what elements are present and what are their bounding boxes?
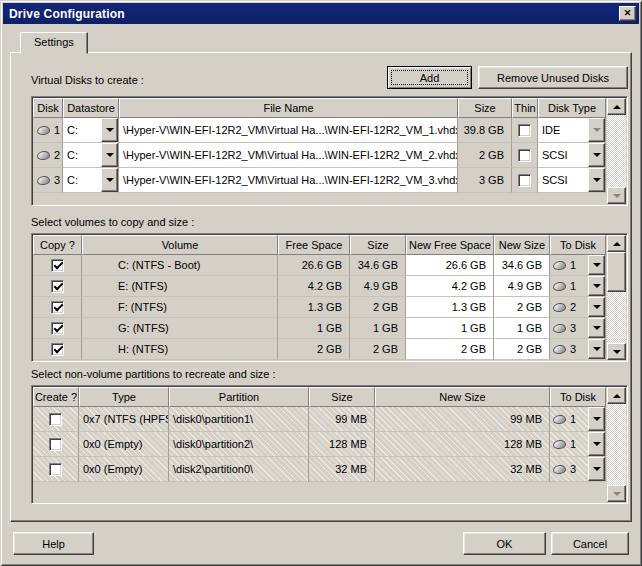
new-free-space-field[interactable]: 2 GB [406,339,494,360]
new-free-space-field[interactable]: 1.3 GB [406,297,494,318]
disk-number-cell: 2 [33,143,63,168]
datastore-dropdown-button[interactable] [101,143,118,167]
disk-type-select[interactable]: IDE [538,118,606,143]
tab-settings[interactable]: Settings [20,32,88,54]
to-disk-select[interactable]: 3 [550,457,606,482]
new-free-space-field[interactable]: 4.2 GB [406,276,494,297]
add-button[interactable]: Add [387,66,472,89]
file-name-field[interactable]: \Hyper-V\WIN-EFI-12R2_VM\Virtual Ha...\W… [119,168,458,193]
close-button[interactable]: ✕ [619,6,636,21]
col-free-space[interactable]: Free Space [278,235,350,255]
partition-new-size: 99 MB [375,407,550,432]
new-free-space-field[interactable]: 26.6 GB [406,255,494,276]
thin-checkbox[interactable] [518,149,531,162]
col-create[interactable]: Create ? [33,387,79,407]
to-disk-dropdown-button[interactable] [588,339,605,359]
copy-checkbox[interactable] [51,301,64,314]
to-disk-dropdown-button[interactable] [588,297,605,317]
to-disk-select[interactable]: 1 [550,276,606,297]
col-to-disk[interactable]: To Disk [550,235,606,255]
arrow-down-icon [613,194,621,198]
to-disk-select[interactable]: 3 [550,339,606,360]
datastore-dropdown-button[interactable] [101,168,118,192]
new-size-field[interactable]: 2 GB [494,339,550,360]
scroll-up-button[interactable] [607,387,626,404]
to-disk-dropdown-button[interactable] [588,255,605,275]
disk-type-dropdown-button[interactable] [588,168,605,192]
volume-row-e: E: (NTFS) 4.2 GB 4.9 GB 4.2 GB 4.9 GB 1 [33,276,606,297]
ok-button[interactable]: OK [463,532,546,555]
col-size[interactable]: Size [350,235,406,255]
datastore-select[interactable]: C: [63,143,119,168]
col-to-disk[interactable]: To Disk [550,387,606,407]
volumes-scrollbar[interactable] [607,235,626,360]
create-checkbox[interactable] [49,463,62,476]
copy-checkbox[interactable] [51,343,64,356]
to-disk-dropdown-button[interactable] [588,318,605,338]
col-volume[interactable]: Volume [82,235,278,255]
disk-type-dropdown-button[interactable] [588,143,605,167]
scroll-thumb[interactable] [607,252,626,292]
new-free-space-field[interactable]: 1 GB [406,318,494,339]
scroll-track[interactable] [607,404,626,485]
file-name-field[interactable]: \Hyper-V\WIN-EFI-12R2_VM\Virtual Ha...\W… [119,143,458,168]
scroll-up-button[interactable] [607,235,626,252]
to-disk-dropdown-button[interactable] [588,276,605,296]
chevron-down-icon [593,263,601,267]
disk-row-1: 1 C: \Hyper-V\WIN-EFI-12R2_VM\Virtual Ha… [33,118,606,143]
thin-checkbox[interactable] [518,124,531,137]
title-bar[interactable]: Drive Configuration ✕ [3,3,639,24]
file-name-field[interactable]: \Hyper-V\WIN-EFI-12R2_VM\Virtual Ha...\W… [119,118,458,143]
help-button[interactable]: Help [13,532,94,555]
to-disk-dropdown-button[interactable] [588,432,605,456]
remove-unused-disks-button[interactable]: Remove Unused Disks [478,66,628,89]
new-size-field[interactable]: 2 GB [494,297,550,318]
col-new-size[interactable]: New Size [494,235,550,255]
disk-type-select[interactable]: SCSI [538,143,606,168]
volume-row-c: C: (NTFS - Boot) 26.6 GB 34.6 GB 26.6 GB… [33,255,606,276]
scroll-track[interactable] [607,115,626,187]
cancel-button[interactable]: Cancel [551,532,629,555]
create-checkbox[interactable] [49,413,62,426]
col-disk[interactable]: Disk [33,98,63,118]
to-disk-dropdown-button[interactable] [588,457,605,481]
copy-checkbox[interactable] [51,280,64,293]
col-partition[interactable]: Partition [169,387,309,407]
col-file-name[interactable]: File Name [119,98,458,118]
scroll-down-button[interactable] [607,343,626,360]
datastore-select[interactable]: C: [63,118,119,143]
col-datastore[interactable]: Datastore [63,98,119,118]
col-new-free-space[interactable]: New Free Space [406,235,494,255]
datastore-dropdown-button[interactable] [101,118,118,142]
col-size[interactable]: Size [458,98,512,118]
to-disk-dropdown-button[interactable] [588,407,605,431]
create-checkbox[interactable] [49,438,62,451]
to-disk-select[interactable]: 3 [550,318,606,339]
scroll-up-button[interactable] [607,98,626,115]
new-size-field[interactable]: 34.6 GB [494,255,550,276]
free-space: 26.6 GB [278,255,350,276]
to-disk-select[interactable]: 2 [550,297,606,318]
partitions-scrollbar[interactable] [607,387,626,502]
scroll-track[interactable] [607,252,626,343]
disk-type-select[interactable]: SCSI [538,168,606,193]
thin-checkbox[interactable] [518,174,531,187]
col-new-size[interactable]: New Size [375,387,550,407]
copy-checkbox[interactable] [51,322,64,335]
col-type[interactable]: Type [79,387,169,407]
new-size-field[interactable]: 4.9 GB [494,276,550,297]
new-size-field[interactable]: 1 GB [494,318,550,339]
copy-checkbox[interactable] [51,259,64,272]
datastore-select[interactable]: C: [63,168,119,193]
chevron-down-icon [106,153,114,157]
col-thin[interactable]: Thin [512,98,538,118]
col-size[interactable]: Size [309,387,375,407]
copy-cell [33,255,82,276]
to-disk-select[interactable]: 1 [550,407,606,432]
to-disk-select[interactable]: 1 [550,255,606,276]
arrow-down-icon [613,492,621,496]
col-disk-type[interactable]: Disk Type [538,98,606,118]
col-copy[interactable]: Copy ? [33,235,82,255]
to-disk-select[interactable]: 1 [550,432,606,457]
virtual-disks-scrollbar[interactable] [607,98,626,204]
